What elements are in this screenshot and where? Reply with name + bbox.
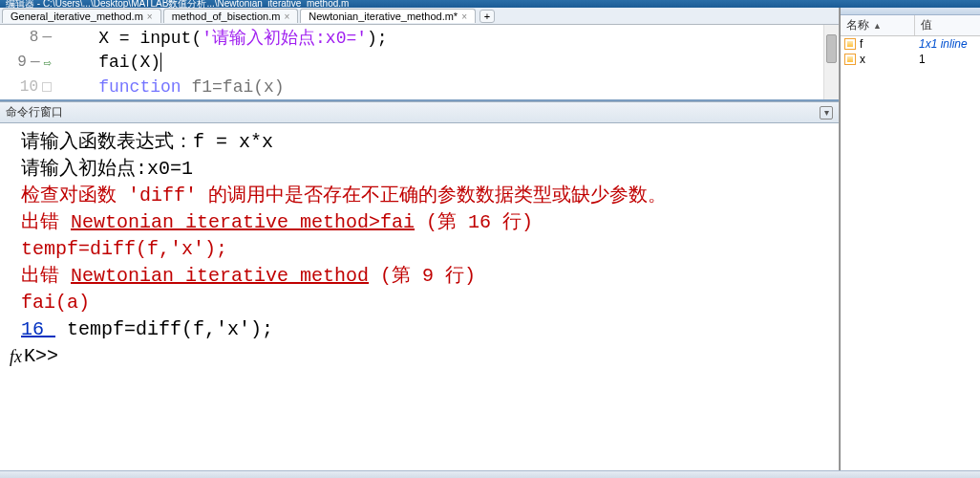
tab-label: method_of_bisection.m <box>172 11 281 22</box>
code-line-8: X = input('请输入初始点:x0='); <box>57 26 388 49</box>
line-link[interactable]: 16 <box>21 318 55 340</box>
gear-icon[interactable]: ▾ <box>820 106 833 120</box>
tab-newtonian-iterative[interactable]: Newtonian_iterative_method.m* × <box>300 9 476 23</box>
editor-scrollbar[interactable] <box>823 25 839 99</box>
line-number: 10 <box>20 78 38 96</box>
cmd-error-line: 出错 Newtonian_iterative_method>fai (第 16 … <box>8 209 835 236</box>
close-icon[interactable]: × <box>284 11 289 22</box>
workspace-titlebar <box>841 8 980 15</box>
code-editor[interactable]: 8— X = input('请输入初始点:x0='); 9—⇨ fai(X) 1… <box>0 25 839 99</box>
command-window-title: 命令行窗口 <box>6 104 63 120</box>
workspace-rows: f 1x1 inline x 1 <box>841 36 980 67</box>
prompt-text: K>> <box>24 343 58 370</box>
command-window-titlebar[interactable]: 命令行窗口 ▾ <box>0 101 839 123</box>
var-name: f <box>860 37 863 51</box>
tab-label: General_iterative_method.m <box>11 11 143 22</box>
var-value: 1 <box>919 53 926 66</box>
code-line-9: fai(X) <box>57 53 161 72</box>
text-cursor <box>160 53 161 72</box>
cmd-error-line: tempf=diff(f,'x'); <box>8 236 835 263</box>
breakpoint-marker[interactable]: — <box>42 29 52 46</box>
workspace-col-value[interactable]: 值 <box>915 15 980 35</box>
tab-general-iterative[interactable]: General_iterative_method.m × <box>2 9 161 23</box>
fold-box-icon[interactable] <box>42 82 52 92</box>
cmd-output-line: 16 tempf=diff(f,'x'); <box>8 316 835 343</box>
add-tab-button[interactable]: + <box>479 10 495 23</box>
var-value: 1x1 inline <box>919 37 968 51</box>
line-number: 8 <box>30 29 39 46</box>
workspace-row[interactable]: x 1 <box>841 52 980 67</box>
var-name: x <box>860 53 865 66</box>
tab-method-of-bisection[interactable]: method_of_bisection.m × <box>163 9 299 23</box>
editor-pane: General_iterative_method.m × method_of_b… <box>0 8 839 101</box>
cmd-output-line: 请输入函数表达式：f = x*x <box>8 129 835 156</box>
cmd-error-line: 出错 Newtonian_iterative_method (第 9 行) <box>8 263 835 290</box>
statusbar <box>0 470 980 478</box>
tab-label: Newtonian_iterative_method.m* <box>309 11 458 22</box>
workspace-row[interactable]: f 1x1 inline <box>841 36 980 52</box>
command-window[interactable]: 请输入函数表达式：f = x*x 请输入初始点:x0=1 检查对函数 'diff… <box>0 123 839 470</box>
line-number: 9 <box>17 54 27 71</box>
scrollbar-thumb[interactable] <box>826 34 837 63</box>
workspace-header: 名称▲ 值 <box>841 15 980 36</box>
workspace-col-name[interactable]: 名称▲ <box>841 15 915 35</box>
current-line-arrow-icon: ⇨ <box>44 54 52 71</box>
close-icon[interactable]: × <box>147 11 153 22</box>
editor-titlebar: 编辑器 - C:\Users\...\Desktop\MATLAB数值分析...… <box>0 0 980 8</box>
close-icon[interactable]: × <box>461 11 467 22</box>
cmd-output-line: 请输入初始点:x0=1 <box>8 156 835 183</box>
fx-icon[interactable]: fx <box>10 343 22 370</box>
editor-tabs: General_iterative_method.m × method_of_b… <box>0 8 839 25</box>
sort-arrow-icon: ▲ <box>873 21 882 31</box>
code-line-10: function f1=fai(x) <box>57 77 285 97</box>
variable-icon <box>844 38 856 50</box>
cmd-error-line: 检查对函数 'diff' 的调用中是否存在不正确的参数数据类型或缺少参数。 <box>8 183 835 209</box>
error-link[interactable]: Newtonian_iterative_method>fai <box>71 211 415 233</box>
cmd-error-line: fai(a) <box>8 290 835 316</box>
error-link[interactable]: Newtonian_iterative_method <box>71 265 369 287</box>
cmd-prompt[interactable]: fx K>> <box>8 343 835 370</box>
variable-icon <box>844 54 856 65</box>
workspace-panel: 名称▲ 值 f 1x1 inline x 1 <box>840 8 980 470</box>
